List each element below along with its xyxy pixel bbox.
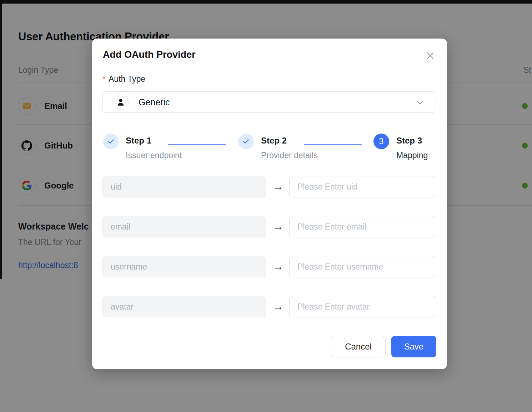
mapping-target-email-input[interactable] <box>289 216 436 237</box>
auth-type-label: *Auth Type <box>102 74 145 84</box>
mapping-source-avatar <box>102 296 266 317</box>
mapping-row: → <box>92 256 447 277</box>
mapping-source-email <box>102 216 266 237</box>
step-2-title: Step 2 <box>261 136 287 146</box>
mapping-source-uid <box>102 176 266 197</box>
step-2-subtitle: Provider details <box>261 151 318 160</box>
auth-type-select[interactable]: Generic <box>102 91 436 113</box>
step-2-check-icon <box>238 134 254 149</box>
modal-title: Add OAuth Provider <box>103 49 196 60</box>
step-connector <box>168 144 226 145</box>
required-asterisk: * <box>102 74 106 84</box>
mapping-row: → <box>92 176 447 197</box>
step-3-number-badge: 3 <box>373 134 389 149</box>
add-oauth-provider-modal: Add OAuth Provider *Auth Type Generic St… <box>92 39 447 369</box>
cancel-button[interactable]: Cancel <box>331 336 386 357</box>
mapping-row: → <box>92 216 447 237</box>
arrow-right-icon: → <box>269 296 287 317</box>
arrow-right-icon: → <box>269 176 287 197</box>
arrow-right-icon: → <box>269 256 287 277</box>
step-3-title: Step 3 <box>396 136 422 146</box>
mapping-source-username <box>102 256 266 277</box>
auth-type-selected-value: Generic <box>139 97 170 107</box>
mapping-target-username-input[interactable] <box>289 256 436 277</box>
step-1-subtitle: Issuer endpoint <box>126 151 182 160</box>
mapping-target-uid-input[interactable] <box>289 176 436 197</box>
person-icon <box>112 94 129 110</box>
close-icon[interactable] <box>425 50 436 61</box>
step-1-title: Step 1 <box>126 136 151 146</box>
step-1-check-icon <box>103 134 119 149</box>
arrow-right-icon: → <box>269 216 287 237</box>
step-connector <box>304 144 362 145</box>
mapping-row: → <box>92 296 447 317</box>
chevron-down-icon <box>416 98 425 109</box>
step-3-subtitle: Mapping <box>396 151 428 160</box>
save-button[interactable]: Save <box>391 336 436 357</box>
mapping-target-avatar-input[interactable] <box>289 296 436 317</box>
